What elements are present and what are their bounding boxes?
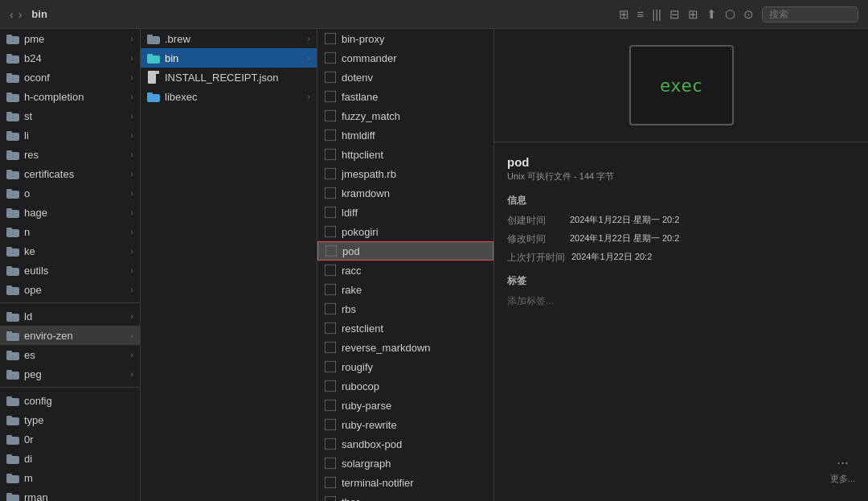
sidebar-item[interactable]: o › [0,183,140,203]
sidebar-item[interactable]: st › [0,106,140,125]
file-item[interactable]: reverse_markdown [317,338,493,357]
file-item[interactable]: sandbox-pod [317,434,493,454]
svg-rect-73 [325,342,336,353]
file-item[interactable]: thor [317,492,493,501]
file-item[interactable]: pod [317,241,493,261]
sidebar-item[interactable]: di [0,449,140,468]
svg-rect-64 [325,168,336,179]
share-icon[interactable]: ⬆ [706,7,717,22]
sidebar-item[interactable]: peg › [0,364,140,384]
sidebar-item[interactable]: res › [0,145,140,164]
sidebar-item[interactable]: es › [0,345,140,364]
svg-rect-69 [325,265,336,276]
folder-icon [6,167,19,180]
group-icon[interactable]: ⊞ [688,7,698,22]
svg-rect-24 [6,268,19,276]
file-item[interactable]: fuzzy_match [317,106,493,125]
sidebar-item[interactable]: h-completion › [0,87,140,106]
item-label: pme [24,33,127,45]
gallery-view-icon[interactable]: ⊟ [669,7,680,22]
sidebar-item[interactable]: certificates › [0,164,140,183]
svg-rect-72 [325,322,336,334]
exec-file-icon [324,148,337,161]
file-item[interactable]: ldiff [317,203,493,222]
preview-panel: exec pod Unix 可执行文件 - 144 字节 信息 创建时间 202… [494,29,868,501]
tag-icon[interactable]: ⬡ [725,7,735,22]
folder-column-item[interactable]: INSTALL_RECEIPT.json [141,68,317,87]
file-item[interactable]: fastlane [317,87,493,106]
more-icon[interactable]: ··· [837,454,849,471]
file-item[interactable]: terminal-notifier [317,473,493,492]
file-item[interactable]: dotenv [317,68,493,87]
sidebar-item[interactable]: rman [0,487,140,501]
chevron-right-icon: › [130,111,133,121]
file-item[interactable]: rake [317,280,493,299]
svg-rect-71 [325,303,336,314]
sidebar-item[interactable]: li › [0,125,140,145]
folder-column: .brew › bin › INSTALL_RECEIPT.json [141,29,317,501]
svg-rect-74 [325,361,336,372]
file-item[interactable]: httpclient [317,145,493,164]
sidebar-item[interactable]: ld › [0,306,140,326]
sidebar-item[interactable]: ke › [0,241,140,261]
folder-column-item[interactable]: libexec › [141,87,317,106]
folder-column-item[interactable]: bin › [141,48,317,68]
file-item[interactable]: restclient [317,318,493,338]
tag-section: 标签 添加标签... [507,274,855,308]
file-item[interactable]: bin-proxy [317,29,493,48]
sidebar-item[interactable]: config [0,391,140,410]
folder-icon [6,51,19,64]
svg-rect-40 [6,437,19,445]
svg-rect-43 [6,454,12,457]
opened-label: 上次打开时间 [507,251,565,265]
file-description: Unix 可执行文件 - 144 字节 [507,170,855,183]
sidebar-item[interactable]: enviro-zen › [0,326,140,345]
sidebar-item[interactable]: b24 › [0,48,140,68]
sidebar-item[interactable]: m [0,468,140,487]
sidebar-item[interactable]: pme › [0,29,140,48]
file-item[interactable]: pokogiri [317,222,493,241]
folder-column-item[interactable]: .brew › [141,29,317,48]
nav-arrows: ‹ › [10,8,22,21]
svg-rect-29 [6,312,12,314]
file-item[interactable]: rubocop [317,376,493,396]
more-label[interactable]: 更多... [830,473,855,485]
file-item[interactable]: kramdown [317,183,493,203]
svg-rect-77 [325,419,336,430]
exec-file-icon [324,495,337,501]
folder-icon [6,90,19,103]
svg-rect-47 [6,493,12,495]
file-item[interactable]: solargraph [317,454,493,473]
chevron-right-icon: › [130,350,133,359]
exec-file-icon [324,187,337,199]
sidebar-item[interactable]: ope › [0,280,140,299]
chevron-right-icon: › [307,92,310,101]
file-item[interactable]: ruby-rewrite [317,415,493,434]
file-item[interactable]: jmespath.rb [317,164,493,183]
more-options-icon[interactable]: ⊙ [743,7,754,22]
sidebar-item[interactable]: oconf › [0,68,140,87]
list-view-icon[interactable]: ≡ [637,7,645,21]
back-button[interactable]: ‹ [10,8,14,21]
folder-icon [6,264,19,277]
folder-icon [6,394,19,407]
sidebar-item[interactable]: type [0,410,140,429]
tags-placeholder[interactable]: 添加标签... [507,295,554,306]
file-item[interactable]: racc [317,261,493,280]
sidebar-item[interactable]: n › [0,222,140,241]
sidebar-item[interactable]: hage › [0,203,140,222]
svg-rect-57 [325,33,336,44]
sidebar-item[interactable]: 0r [0,429,140,449]
file-item[interactable]: rbs [317,299,493,318]
folder-icon [6,148,19,161]
file-item[interactable]: rougify [317,357,493,376]
search-input[interactable] [762,6,858,23]
chevron-right-icon: › [130,53,133,63]
forward-button[interactable]: › [18,8,23,21]
file-item[interactable]: commander [317,48,493,68]
columns-view-icon[interactable]: ||| [652,7,661,21]
grid-view-icon[interactable]: ⊞ [619,7,629,22]
file-item[interactable]: ruby-parse [317,396,493,415]
sidebar-item[interactable]: eutils › [0,261,140,280]
file-item[interactable]: htmldiff [317,125,493,145]
